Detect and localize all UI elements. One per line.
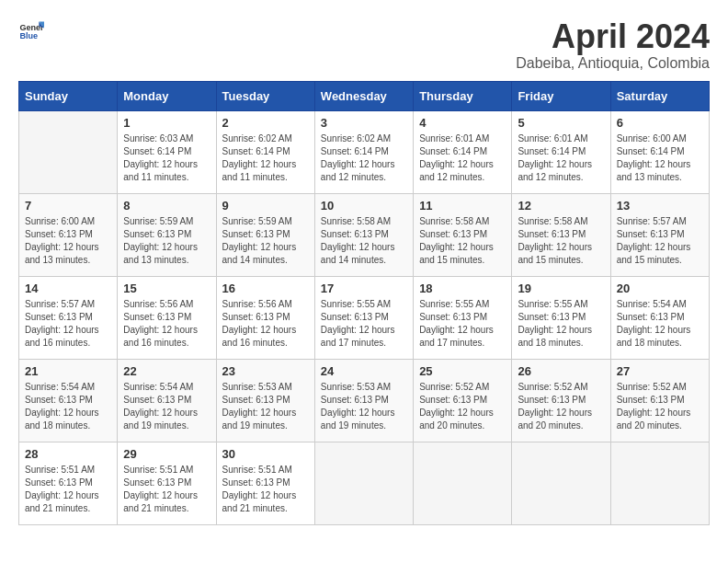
- calendar-cell: 6Sunrise: 6:00 AMSunset: 6:14 PMDaylight…: [610, 110, 709, 193]
- calendar-cell: 26Sunrise: 5:52 AMSunset: 6:13 PMDayligh…: [512, 359, 610, 442]
- calendar-cell: 16Sunrise: 5:56 AMSunset: 6:13 PMDayligh…: [216, 276, 314, 359]
- weekday-header-tuesday: Tuesday: [216, 81, 314, 110]
- day-number: 22: [123, 364, 210, 378]
- calendar-cell: 7Sunrise: 6:00 AMSunset: 6:13 PMDaylight…: [19, 193, 118, 276]
- day-number: 28: [25, 447, 111, 461]
- day-number: 9: [222, 199, 309, 213]
- day-number: 7: [25, 199, 111, 213]
- page-header: General Blue April 2024 Dabeiba, Antioqu…: [18, 18, 710, 72]
- day-number: 25: [419, 364, 506, 378]
- svg-text:Blue: Blue: [19, 31, 38, 40]
- day-number: 18: [419, 282, 506, 295]
- calendar-cell: 22Sunrise: 5:54 AMSunset: 6:13 PMDayligh…: [118, 359, 216, 442]
- day-info: Sunrise: 5:54 AMSunset: 6:13 PMDaylight:…: [25, 381, 111, 432]
- day-number: 6: [617, 116, 703, 130]
- weekday-header-friday: Friday: [512, 81, 610, 110]
- day-info: Sunrise: 5:57 AMSunset: 6:13 PMDaylight:…: [25, 298, 111, 350]
- day-info: Sunrise: 5:51 AMSunset: 6:13 PMDaylight:…: [25, 464, 111, 515]
- calendar-cell: 29Sunrise: 5:51 AMSunset: 6:13 PMDayligh…: [118, 442, 216, 524]
- day-info: Sunrise: 5:58 AMSunset: 6:13 PMDaylight:…: [321, 215, 407, 267]
- calendar-week-1: 1Sunrise: 6:03 AMSunset: 6:14 PMDaylight…: [19, 110, 710, 193]
- month-title: April 2024: [516, 18, 710, 55]
- day-info: Sunrise: 5:58 AMSunset: 6:13 PMDaylight:…: [419, 215, 506, 267]
- day-number: 14: [25, 282, 111, 295]
- day-info: Sunrise: 6:00 AMSunset: 6:14 PMDaylight:…: [617, 132, 703, 184]
- day-info: Sunrise: 6:01 AMSunset: 6:14 PMDaylight:…: [518, 132, 604, 184]
- calendar-cell: 17Sunrise: 5:55 AMSunset: 6:13 PMDayligh…: [314, 276, 413, 359]
- day-info: Sunrise: 5:58 AMSunset: 6:13 PMDaylight:…: [518, 215, 604, 267]
- calendar-cell: 13Sunrise: 5:57 AMSunset: 6:13 PMDayligh…: [610, 193, 709, 276]
- calendar-cell: [610, 442, 709, 524]
- calendar-cell: 11Sunrise: 5:58 AMSunset: 6:13 PMDayligh…: [414, 193, 512, 276]
- weekday-header-monday: Monday: [118, 81, 216, 110]
- day-info: Sunrise: 5:55 AMSunset: 6:13 PMDaylight:…: [419, 298, 506, 350]
- day-number: 27: [617, 364, 703, 378]
- day-number: 21: [25, 364, 111, 378]
- day-info: Sunrise: 5:54 AMSunset: 6:13 PMDaylight:…: [617, 298, 703, 350]
- weekday-header-wednesday: Wednesday: [314, 81, 413, 110]
- day-number: 1: [123, 116, 210, 130]
- calendar-cell: 8Sunrise: 5:59 AMSunset: 6:13 PMDaylight…: [118, 193, 216, 276]
- day-info: Sunrise: 6:03 AMSunset: 6:14 PMDaylight:…: [123, 132, 210, 184]
- day-info: Sunrise: 5:53 AMSunset: 6:13 PMDaylight:…: [222, 381, 309, 432]
- calendar-cell: 3Sunrise: 6:02 AMSunset: 6:14 PMDaylight…: [314, 110, 413, 193]
- calendar-cell: 18Sunrise: 5:55 AMSunset: 6:13 PMDayligh…: [414, 276, 512, 359]
- day-number: 26: [518, 364, 604, 378]
- calendar-cell: 20Sunrise: 5:54 AMSunset: 6:13 PMDayligh…: [610, 276, 709, 359]
- calendar-week-3: 14Sunrise: 5:57 AMSunset: 6:13 PMDayligh…: [19, 276, 710, 359]
- day-number: 13: [617, 199, 703, 213]
- calendar-cell: 14Sunrise: 5:57 AMSunset: 6:13 PMDayligh…: [19, 276, 118, 359]
- day-info: Sunrise: 5:51 AMSunset: 6:13 PMDaylight:…: [123, 464, 210, 515]
- calendar-cell: 24Sunrise: 5:53 AMSunset: 6:13 PMDayligh…: [314, 359, 413, 442]
- day-info: Sunrise: 5:57 AMSunset: 6:13 PMDaylight:…: [617, 215, 703, 267]
- day-number: 24: [321, 364, 407, 378]
- calendar-week-5: 28Sunrise: 5:51 AMSunset: 6:13 PMDayligh…: [19, 442, 710, 524]
- calendar-cell: [512, 442, 610, 524]
- weekday-header-saturday: Saturday: [610, 81, 709, 110]
- day-number: 29: [123, 447, 210, 461]
- day-number: 5: [518, 116, 604, 130]
- day-number: 15: [123, 282, 210, 295]
- logo: General Blue: [18, 18, 44, 44]
- weekday-header-thursday: Thursday: [414, 81, 512, 110]
- day-info: Sunrise: 5:53 AMSunset: 6:13 PMDaylight:…: [321, 381, 407, 432]
- calendar-cell: 30Sunrise: 5:51 AMSunset: 6:13 PMDayligh…: [216, 442, 314, 524]
- calendar-cell: 10Sunrise: 5:58 AMSunset: 6:13 PMDayligh…: [314, 193, 413, 276]
- calendar-cell: 19Sunrise: 5:55 AMSunset: 6:13 PMDayligh…: [512, 276, 610, 359]
- calendar-cell: 21Sunrise: 5:54 AMSunset: 6:13 PMDayligh…: [19, 359, 118, 442]
- calendar-cell: [314, 442, 413, 524]
- calendar-cell: 4Sunrise: 6:01 AMSunset: 6:14 PMDaylight…: [414, 110, 512, 193]
- day-info: Sunrise: 5:51 AMSunset: 6:13 PMDaylight:…: [222, 464, 309, 515]
- calendar-cell: 28Sunrise: 5:51 AMSunset: 6:13 PMDayligh…: [19, 442, 118, 524]
- location: Dabeiba, Antioquia, Colombia: [516, 55, 710, 72]
- calendar-table: SundayMondayTuesdayWednesdayThursdayFrid…: [18, 81, 710, 525]
- calendar-cell: 5Sunrise: 6:01 AMSunset: 6:14 PMDaylight…: [512, 110, 610, 193]
- day-info: Sunrise: 5:55 AMSunset: 6:13 PMDaylight:…: [321, 298, 407, 350]
- calendar-cell: [19, 110, 118, 193]
- calendar-cell: 9Sunrise: 5:59 AMSunset: 6:13 PMDaylight…: [216, 193, 314, 276]
- calendar-week-4: 21Sunrise: 5:54 AMSunset: 6:13 PMDayligh…: [19, 359, 710, 442]
- calendar-week-2: 7Sunrise: 6:00 AMSunset: 6:13 PMDaylight…: [19, 193, 710, 276]
- day-info: Sunrise: 5:56 AMSunset: 6:13 PMDaylight:…: [222, 298, 309, 350]
- day-info: Sunrise: 5:54 AMSunset: 6:13 PMDaylight:…: [123, 381, 210, 432]
- weekday-header-sunday: Sunday: [19, 81, 118, 110]
- day-number: 17: [321, 282, 407, 295]
- day-info: Sunrise: 6:02 AMSunset: 6:14 PMDaylight:…: [222, 132, 309, 184]
- title-area: April 2024 Dabeiba, Antioquia, Colombia: [516, 18, 710, 72]
- weekday-header-row: SundayMondayTuesdayWednesdayThursdayFrid…: [19, 81, 710, 110]
- calendar-cell: 12Sunrise: 5:58 AMSunset: 6:13 PMDayligh…: [512, 193, 610, 276]
- day-info: Sunrise: 5:59 AMSunset: 6:13 PMDaylight:…: [222, 215, 309, 267]
- day-info: Sunrise: 6:01 AMSunset: 6:14 PMDaylight:…: [419, 132, 506, 184]
- day-info: Sunrise: 6:00 AMSunset: 6:13 PMDaylight:…: [25, 215, 111, 267]
- day-info: Sunrise: 5:52 AMSunset: 6:13 PMDaylight:…: [617, 381, 703, 432]
- day-number: 4: [419, 116, 506, 130]
- day-number: 8: [123, 199, 210, 213]
- day-info: Sunrise: 5:52 AMSunset: 6:13 PMDaylight:…: [518, 381, 604, 432]
- day-info: Sunrise: 5:56 AMSunset: 6:13 PMDaylight:…: [123, 298, 210, 350]
- day-number: 19: [518, 282, 604, 295]
- day-number: 30: [222, 447, 309, 461]
- day-number: 10: [321, 199, 407, 213]
- calendar-cell: 25Sunrise: 5:52 AMSunset: 6:13 PMDayligh…: [414, 359, 512, 442]
- day-number: 11: [419, 199, 506, 213]
- day-info: Sunrise: 6:02 AMSunset: 6:14 PMDaylight:…: [321, 132, 407, 184]
